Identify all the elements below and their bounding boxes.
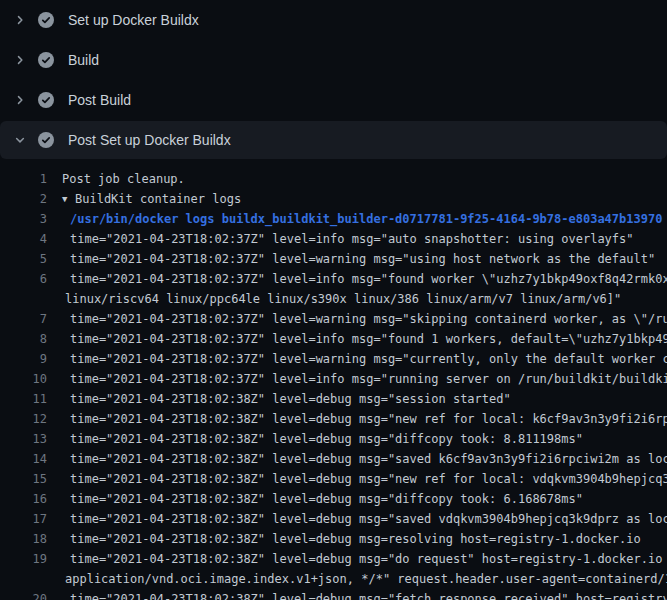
log-group-toggle-icon[interactable]: ▼	[62, 189, 75, 209]
log-line: 17 time="2021-04-23T18:02:38Z" level=deb…	[0, 509, 667, 529]
log-line: 14 time="2021-04-23T18:02:38Z" level=deb…	[0, 449, 667, 469]
log-line-number[interactable]: 10	[0, 369, 47, 389]
log-line: 15 time="2021-04-23T18:02:38Z" level=deb…	[0, 469, 667, 489]
step-row-set-up-docker-buildx[interactable]: Set up Docker Buildx	[0, 0, 667, 40]
log-line-number[interactable]: 19	[0, 549, 47, 569]
log-line-number[interactable]: 6	[0, 269, 47, 289]
chevron-down-icon[interactable]	[14, 134, 26, 146]
log-line-text: BuildKit container logs	[75, 189, 241, 209]
step-row-build[interactable]: Build	[0, 40, 667, 80]
log-line: 11 time="2021-04-23T18:02:38Z" level=deb…	[0, 389, 667, 409]
log-line-number[interactable]: 14	[0, 449, 47, 469]
log-line-text: time="2021-04-23T18:02:37Z" level=warnin…	[47, 249, 655, 269]
log-line-number[interactable]: 11	[0, 389, 47, 409]
step-label: Build	[68, 52, 99, 68]
success-check-icon	[38, 12, 54, 28]
log-line: 12 time="2021-04-23T18:02:38Z" level=deb…	[0, 409, 667, 429]
log-line-number[interactable]: 13	[0, 429, 47, 449]
success-check-icon	[38, 92, 54, 108]
chevron-right-icon[interactable]	[14, 14, 26, 26]
log-line: 7 time="2021-04-23T18:02:37Z" level=warn…	[0, 309, 667, 329]
success-check-icon	[38, 132, 54, 148]
step-row-post-build[interactable]: Post Build	[0, 80, 667, 120]
log-line-number[interactable]	[0, 569, 47, 589]
log-area: 1 Post job cleanup. 2 ▼BuildKit containe…	[0, 159, 667, 600]
log-line-text: time="2021-04-23T18:02:38Z" level=debug …	[47, 509, 667, 529]
chevron-right-icon[interactable]	[14, 94, 26, 106]
log-line-number[interactable]: 15	[0, 469, 47, 489]
log-line-text: time="2021-04-23T18:02:38Z" level=debug …	[47, 449, 667, 469]
log-line-text: time="2021-04-23T18:02:37Z" level=info m…	[47, 329, 667, 349]
log-line-number[interactable]: 8	[0, 329, 47, 349]
log-line-text: time="2021-04-23T18:02:37Z" level=info m…	[47, 369, 667, 389]
log-line: 20 time="2021-04-23T18:02:38Z" level=deb…	[0, 589, 667, 600]
log-line-text: time="2021-04-23T18:02:37Z" level=warnin…	[47, 349, 667, 369]
step-label: Set up Docker Buildx	[68, 12, 199, 28]
log-line-number[interactable]: 3	[0, 209, 47, 229]
log-line: 19 time="2021-04-23T18:02:38Z" level=deb…	[0, 549, 667, 569]
log-line-number[interactable]: 7	[0, 309, 47, 329]
log-line-number[interactable]: 16	[0, 489, 47, 509]
step-row-post-set-up-docker-buildx[interactable]: Post Set up Docker Buildx	[0, 121, 667, 159]
log-line: 18 time="2021-04-23T18:02:38Z" level=deb…	[0, 529, 667, 549]
log-command-line: 3 /usr/bin/docker logs buildx_buildkit_b…	[0, 209, 667, 229]
step-label: Post Build	[68, 92, 131, 108]
log-line: 13 time="2021-04-23T18:02:38Z" level=deb…	[0, 429, 667, 449]
log-line-text: time="2021-04-23T18:02:38Z" level=debug …	[47, 409, 667, 429]
log-line-number[interactable]: 5	[0, 249, 47, 269]
log-line-text: Post job cleanup.	[47, 169, 185, 189]
log-line: 1 Post job cleanup.	[0, 169, 667, 189]
log-line-number[interactable]	[0, 289, 47, 309]
log-group-header: 2 ▼BuildKit container logs	[0, 189, 667, 209]
log-line-continuation: linux/riscv64 linux/ppc64le linux/s390x …	[0, 289, 667, 309]
log-line-text: time="2021-04-23T18:02:38Z" level=debug …	[47, 469, 667, 489]
log-line-text: time="2021-04-23T18:02:38Z" level=debug …	[47, 489, 583, 509]
log-line-text: time="2021-04-23T18:02:37Z" level=info m…	[47, 229, 634, 249]
log-line-text: /usr/bin/docker logs buildx_buildkit_bui…	[47, 209, 662, 229]
log-line-number[interactable]: 1	[0, 169, 47, 189]
step-label: Post Set up Docker Buildx	[68, 132, 231, 148]
log-line: 4 time="2021-04-23T18:02:37Z" level=info…	[0, 229, 667, 249]
log-line-text: time="2021-04-23T18:02:38Z" level=debug …	[47, 529, 641, 549]
log-line-text: time="2021-04-23T18:02:37Z" level=warnin…	[47, 309, 667, 329]
chevron-right-icon[interactable]	[14, 54, 26, 66]
log-line: 16 time="2021-04-23T18:02:38Z" level=deb…	[0, 489, 667, 509]
log-line-text: linux/riscv64 linux/ppc64le linux/s390x …	[47, 289, 621, 309]
log-line-text: time="2021-04-23T18:02:38Z" level=debug …	[47, 429, 583, 449]
log-line-text: application/vnd.oci.image.index.v1+json,…	[47, 569, 667, 589]
log-line-number[interactable]: 18	[0, 529, 47, 549]
log-line-number[interactable]: 12	[0, 409, 47, 429]
log-line-number[interactable]: 2	[0, 189, 47, 209]
log-line: 5 time="2021-04-23T18:02:37Z" level=warn…	[0, 249, 667, 269]
log-line-number[interactable]: 17	[0, 509, 47, 529]
log-line-text: time="2021-04-23T18:02:38Z" level=debug …	[47, 549, 667, 569]
log-line-continuation: application/vnd.oci.image.index.v1+json,…	[0, 569, 667, 589]
log-line-text: time="2021-04-23T18:02:38Z" level=debug …	[47, 389, 511, 409]
steps-list: Set up Docker Buildx Build Post Build	[0, 0, 667, 159]
log-line: 8 time="2021-04-23T18:02:37Z" level=info…	[0, 329, 667, 349]
log-line-text: time="2021-04-23T18:02:37Z" level=info m…	[47, 269, 667, 289]
log-line: 10 time="2021-04-23T18:02:37Z" level=inf…	[0, 369, 667, 389]
log-line: 6 time="2021-04-23T18:02:37Z" level=info…	[0, 269, 667, 289]
log-line-number[interactable]: 9	[0, 349, 47, 369]
log-line-number[interactable]: 20	[0, 589, 47, 600]
log-line: 9 time="2021-04-23T18:02:37Z" level=warn…	[0, 349, 667, 369]
log-line-text: time="2021-04-23T18:02:38Z" level=debug …	[47, 589, 667, 600]
success-check-icon	[38, 52, 54, 68]
log-line-number[interactable]: 4	[0, 229, 47, 249]
actions-log-viewer: Set up Docker Buildx Build Post Build	[0, 0, 667, 600]
